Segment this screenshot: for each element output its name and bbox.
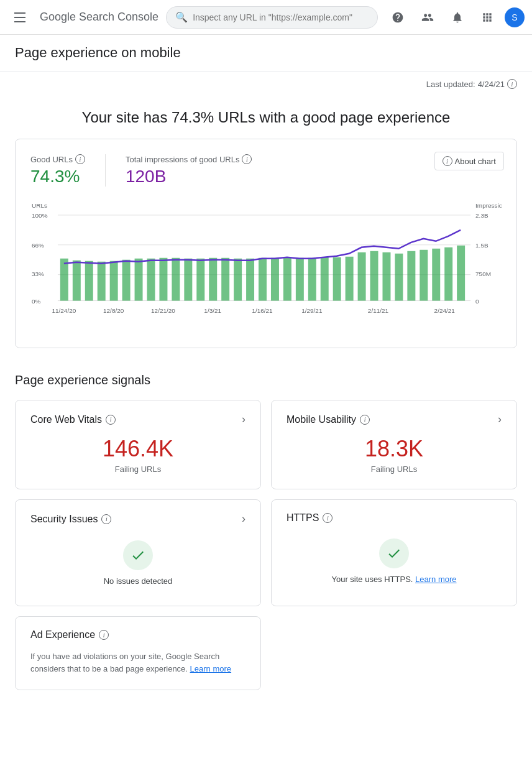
bar-2 [73, 261, 81, 301]
about-chart-label: About chart [455, 157, 497, 166]
bar-5 [110, 261, 118, 301]
bar-18 [271, 258, 279, 301]
mobile-usability-info-icon[interactable]: i [360, 415, 370, 425]
mobile-usability-arrow[interactable]: › [498, 413, 502, 426]
help-button[interactable] [385, 5, 410, 30]
bar-33 [457, 246, 465, 301]
bar-28 [395, 254, 403, 301]
y-tick-750m: 750M [475, 270, 491, 277]
signals-section: Page experience signals Core Web Vitals … [15, 373, 517, 690]
security-issues-title: Security Issues i [30, 514, 111, 525]
bar-16 [246, 259, 254, 301]
y-tick-0-right: 0 [475, 298, 479, 305]
bar-21 [308, 258, 316, 301]
mobile-usability-label: Failing URLs [287, 464, 502, 474]
x-label-3: 12/21/20 [151, 307, 175, 314]
bar-31 [432, 249, 440, 301]
menu-button[interactable] [7, 5, 32, 30]
last-updated-label: Last updated: [426, 80, 475, 89]
app-name: Google Search Console [40, 11, 158, 24]
hero-title: Your site has 74.3% URLs with a good pag… [15, 109, 517, 126]
good-urls-label: Good URLs i [30, 154, 85, 164]
core-web-vitals-card: Core Web Vitals i › 146.4K Failing URLs [15, 400, 261, 489]
help-icon [392, 11, 404, 24]
ad-experience-header: Ad Experience i [30, 629, 245, 640]
https-check-label: Your site uses HTTPS. Learn more [331, 575, 456, 584]
security-issues-check-circle [123, 540, 153, 570]
https-learn-more-link[interactable]: Learn more [415, 575, 456, 584]
chart-card: Good URLs i 74.3% Total impressions of g… [15, 139, 517, 348]
core-web-vitals-arrow[interactable]: › [242, 413, 245, 426]
bar-26 [370, 251, 378, 301]
mobile-usability-title: Mobile Usability i [287, 414, 370, 425]
security-issues-card: Security Issues i › No issues detected [15, 499, 261, 606]
search-icon: 🔍 [175, 11, 188, 23]
y-tick-33: 33% [32, 270, 44, 277]
apps-button[interactable] [475, 5, 500, 30]
bar-8 [147, 259, 155, 301]
y-tick-100: 100% [32, 212, 48, 219]
ad-experience-description: If you have ad violations on your site, … [30, 650, 245, 675]
bar-3 [85, 261, 93, 301]
security-issues-info-icon[interactable]: i [101, 514, 111, 524]
search-input[interactable] [193, 12, 369, 22]
last-updated-row: Last updated: 4/24/21 i [15, 72, 517, 94]
notifications-button[interactable] [445, 5, 470, 30]
manage-users-button[interactable] [415, 5, 440, 30]
x-label-8: 2/24/21 [434, 307, 456, 314]
x-label-6: 1/29/21 [301, 307, 323, 314]
core-web-vitals-label: Failing URLs [30, 464, 245, 474]
total-impressions-info-icon[interactable]: i [242, 154, 252, 164]
header: Google Search Console 🔍 S [0, 0, 532, 35]
avatar[interactable]: S [505, 7, 525, 27]
bar-27 [382, 252, 390, 301]
bar-12 [196, 259, 204, 301]
bar-24 [346, 257, 354, 301]
x-label-1: 11/24/20 [52, 307, 76, 314]
bar-30 [420, 250, 428, 301]
ad-experience-info-icon[interactable]: i [99, 630, 109, 640]
core-web-vitals-value: 146.4K [30, 436, 245, 462]
x-label-4: 1/3/21 [204, 307, 221, 314]
header-actions: S [385, 5, 525, 30]
https-info-icon[interactable]: i [323, 513, 332, 523]
bar-15 [234, 259, 242, 301]
y-tick-2-3b: 2.3B [475, 212, 488, 219]
chart-container: URLs 100% 66% 33% 0% Impressions 2.3B 1.… [30, 196, 502, 333]
ad-experience-title: Ad Experience i [30, 629, 109, 640]
https-check-circle [379, 538, 409, 568]
bar-22 [321, 257, 329, 301]
app-logo[interactable]: Google Search Console [40, 11, 158, 24]
hamburger-icon [12, 10, 27, 25]
ad-experience-placeholder [271, 616, 517, 690]
y-label-urls: URLs [32, 202, 47, 209]
about-chart-button[interactable]: i About chart [434, 152, 505, 170]
bar-11 [184, 259, 192, 301]
bar-32 [444, 247, 452, 301]
x-label-2: 12/8/20 [103, 307, 124, 314]
signals-grid-bottom: Security Issues i › No issues detected [15, 499, 517, 606]
bar-1 [60, 259, 68, 301]
bar-29 [407, 251, 415, 301]
ad-experience-row: Ad Experience i If you have ad violation… [15, 616, 517, 690]
total-impressions-metric: Total impressions of good URLs i 120B [105, 154, 272, 187]
y-tick-66: 66% [32, 242, 44, 249]
ad-experience-learn-more-link[interactable]: Learn more [190, 664, 231, 673]
total-impressions-value: 120B [126, 167, 252, 187]
security-issues-arrow[interactable]: › [242, 512, 245, 525]
security-issues-check-label: No issues detected [104, 576, 173, 586]
signals-title: Page experience signals [15, 373, 517, 387]
core-web-vitals-info-icon[interactable]: i [106, 415, 116, 425]
main-content: Last updated: 4/24/21 i Your site has 74… [0, 72, 532, 715]
security-issues-check-icon [131, 548, 145, 563]
mobile-usability-value: 18.3K [287, 436, 502, 462]
chart-metrics: Good URLs i 74.3% Total impressions of g… [30, 154, 502, 187]
last-updated-info-icon[interactable]: i [507, 79, 517, 89]
notifications-icon [451, 11, 464, 24]
bar-7 [135, 259, 143, 301]
https-title: HTTPS i [287, 512, 332, 524]
good-urls-info-icon[interactable]: i [75, 154, 85, 164]
page-title-bar: Page experience on mobile [0, 35, 532, 72]
https-check-icon [387, 546, 401, 561]
y-label-impressions: Impressions [475, 202, 502, 209]
